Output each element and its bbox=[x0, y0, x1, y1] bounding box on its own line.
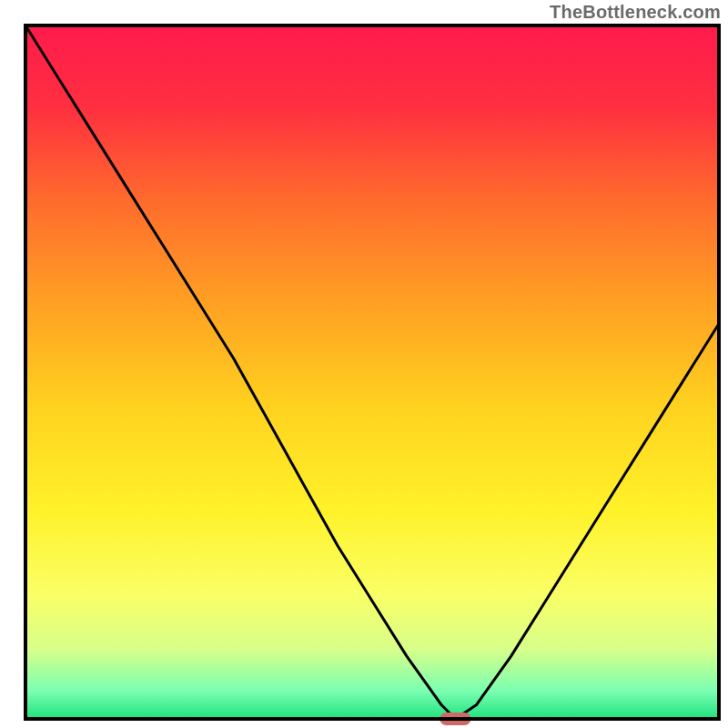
watermark-text: TheBottleneck.com bbox=[550, 2, 721, 23]
chart-background bbox=[25, 25, 719, 719]
bottleneck-chart bbox=[0, 0, 728, 728]
chart-container: TheBottleneck.com bbox=[0, 0, 728, 728]
